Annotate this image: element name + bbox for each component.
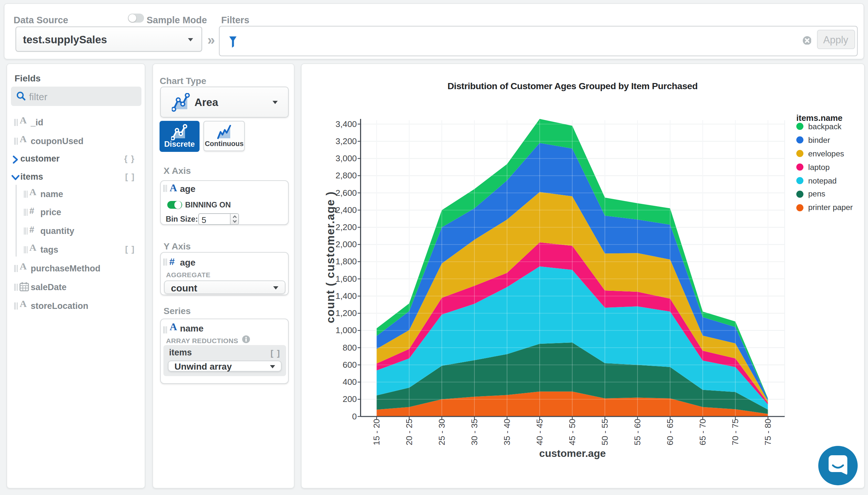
array-field-name: items	[169, 348, 192, 357]
y-tick-label: 1,800	[336, 256, 357, 266]
area-chart-icon	[172, 93, 190, 112]
field-name: couponUsed	[31, 136, 84, 146]
expand-data-source-button[interactable]: »	[203, 32, 219, 48]
field-name: tags	[40, 245, 58, 255]
field-row-tags[interactable]: Atags[ ]	[7, 242, 145, 257]
sample-mode-toggle-knob	[128, 14, 136, 22]
field-type-badge: [ ]	[125, 244, 135, 254]
chevron-right-icon[interactable]	[10, 154, 20, 165]
field-row-name[interactable]: Aname	[7, 186, 145, 201]
field-name: quantity	[40, 226, 74, 236]
y-tick-label: 3,200	[336, 136, 357, 146]
legend-title: items.name	[796, 113, 843, 122]
array-reduction-select[interactable]: Unwind array	[168, 361, 282, 372]
drag-handle-icon[interactable]	[14, 265, 18, 272]
drag-handle-icon[interactable]	[14, 137, 18, 144]
bin-size-input[interactable]: 5	[198, 214, 239, 225]
continuous-button[interactable]: Continuous	[204, 120, 245, 151]
fields-panel: Fields filter A_idAcouponUsedcustomer{ }…	[6, 63, 145, 489]
clear-filter-icon[interactable]	[802, 36, 811, 45]
string-type-icon: A	[20, 298, 27, 309]
field-row-items[interactable]: items[ ]	[7, 169, 145, 185]
data-source-select[interactable]: test.supplySales	[15, 27, 202, 52]
drag-handle-icon[interactable]	[24, 227, 28, 235]
aggregate-value: count	[171, 283, 197, 293]
info-icon	[242, 335, 250, 343]
array-reduction-caret-icon	[270, 365, 276, 368]
drag-handle-icon[interactable]	[24, 208, 28, 216]
filter-funnel-icon	[229, 36, 237, 48]
field-row-saleDate[interactable]: saleDate	[7, 279, 145, 295]
field-row-purchaseMethod[interactable]: ApurchaseMethod	[7, 260, 145, 276]
chart-type-value: Area	[194, 96, 218, 108]
sample-mode-label: Sample Mode	[147, 15, 207, 25]
field-row-storeLocation[interactable]: AstoreLocation	[7, 298, 145, 313]
legend-swatch	[796, 177, 803, 184]
y-tick-label: 1,400	[336, 291, 357, 301]
chart-preview-panel: Distribution of Customer Ages Grouped by…	[301, 63, 865, 489]
array-badge: [ ]	[271, 348, 281, 358]
intercom-chat-button[interactable]	[818, 446, 857, 485]
legend-label: notepad	[808, 176, 837, 185]
sample-mode-toggle[interactable]	[128, 14, 144, 22]
drag-handle-icon[interactable]	[163, 259, 167, 266]
chart-type-select[interactable]: Area	[160, 87, 288, 118]
apply-button[interactable]: Apply	[817, 29, 855, 49]
drag-handle-icon[interactable]	[14, 284, 18, 291]
drag-handle-icon[interactable]	[163, 326, 167, 334]
drag-handle-icon[interactable]	[14, 303, 18, 309]
string-type-icon: A	[170, 321, 177, 333]
field-row-couponUsed[interactable]: AcouponUsed	[7, 133, 145, 148]
field-name: name	[40, 189, 63, 199]
filters-input[interactable]: Apply	[219, 26, 858, 56]
field-row-customer[interactable]: customer{ }	[7, 151, 145, 167]
drag-handle-icon[interactable]	[14, 119, 18, 126]
field-name: saleDate	[31, 283, 67, 292]
y-tick-label: 1,200	[336, 308, 357, 318]
series-card: A name ARRAY REDUCTIONS items [ ] Unwind…	[160, 319, 288, 384]
legend-label: binder	[808, 136, 830, 145]
chart-type-caret-icon	[272, 101, 277, 104]
binning-toggle[interactable]	[167, 201, 182, 209]
field-row-price[interactable]: #price	[7, 204, 145, 219]
x-tick-label: 50 - 55	[600, 419, 610, 445]
binning-label: BINNING ON	[185, 201, 231, 210]
query-bar: Data Source Sample Mode Filters test.sup…	[4, 3, 864, 59]
field-row-_id[interactable]: A_id	[7, 114, 145, 130]
aggregate-select[interactable]: count	[164, 280, 285, 294]
discrete-button[interactable]: Discrete	[160, 120, 199, 152]
y-tick-label: 3,000	[336, 153, 357, 163]
drag-handle-icon[interactable]	[24, 246, 28, 253]
x-tick-label: 40 - 45	[535, 419, 545, 445]
chevron-down-icon[interactable]	[10, 173, 20, 183]
y-tick-label: 1,000	[336, 325, 357, 335]
legend-label: pens	[808, 190, 826, 199]
bin-size-value: 5	[201, 216, 206, 225]
y-axis-heading: Y Axis	[164, 241, 191, 251]
x-tick-label: 30 - 35	[470, 419, 479, 445]
string-type-icon: A	[170, 183, 177, 194]
y-tick-label: 1,600	[336, 274, 357, 283]
string-type-icon: A	[20, 134, 27, 144]
fields-panel-title: Fields	[15, 73, 41, 83]
field-row-quantity[interactable]: #quantity	[7, 223, 145, 238]
number-type-icon: #	[29, 225, 34, 235]
y-tick-label: 2,800	[336, 170, 357, 180]
bin-size-label: Bin Size:	[166, 215, 198, 224]
bin-size-stepper[interactable]	[230, 214, 238, 225]
y-axis-card: # age AGGREGATE count	[160, 252, 288, 295]
field-type-badge: { }	[124, 154, 135, 164]
discrete-area-icon	[171, 124, 188, 140]
string-type-icon: A	[29, 186, 36, 198]
search-icon	[16, 91, 26, 101]
field-name: purchaseMethod	[31, 264, 101, 273]
number-type-icon: #	[169, 256, 175, 267]
y-tick-label: 2,200	[336, 222, 357, 232]
drag-handle-icon[interactable]	[163, 185, 167, 192]
drag-handle-icon[interactable]	[24, 190, 28, 198]
continuous-button-label: Continuous	[205, 140, 244, 147]
field-search-input[interactable]: filter	[11, 87, 141, 106]
x-axis-heading: X Axis	[164, 166, 191, 176]
continuous-area-icon	[217, 124, 233, 140]
x-tick-label: 60 - 65	[665, 419, 675, 445]
